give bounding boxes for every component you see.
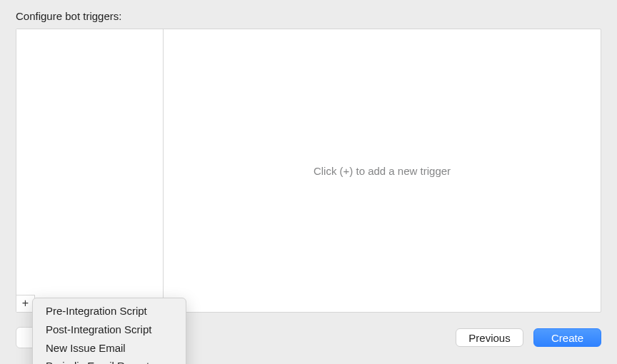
create-button[interactable]: Create bbox=[533, 328, 601, 347]
placeholder-text: Click (+) to add a new trigger bbox=[313, 165, 451, 177]
page-heading: Configure bot triggers: bbox=[16, 10, 121, 22]
plus-icon: + bbox=[22, 298, 29, 309]
previous-button[interactable]: Previous bbox=[456, 328, 523, 347]
menu-item-pre-integration-script[interactable]: Pre-Integration Script bbox=[33, 302, 186, 320]
trigger-detail-pane: Click (+) to add a new trigger bbox=[164, 29, 601, 312]
trigger-list-sidebar: + bbox=[16, 29, 164, 312]
menu-item-periodic-email-report[interactable]: Periodic Email Report bbox=[33, 357, 186, 364]
footer-buttons: Previous Create bbox=[0, 327, 617, 348]
trigger-panel: + Click (+) to add a new trigger bbox=[16, 29, 601, 313]
